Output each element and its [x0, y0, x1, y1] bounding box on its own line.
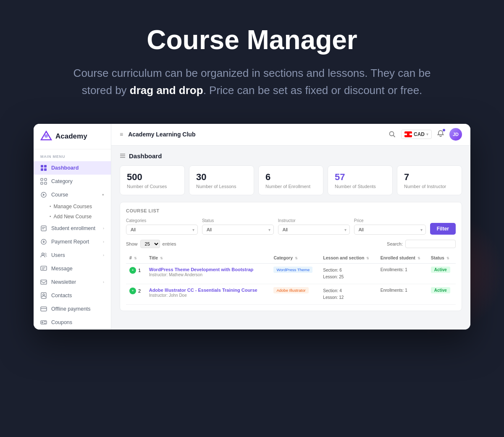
stat-label-enrollment: Number of Enrollment [265, 184, 316, 189]
row-number-2: + 2 [129, 288, 142, 294]
flag-icon [404, 131, 412, 137]
dashboard-header-icon [120, 153, 126, 159]
filter-instructor-wrap: All [278, 225, 350, 235]
sidebar-label-newsletter: Newsletter [51, 279, 76, 285]
sidebar-label-payment: Payment Report [51, 239, 89, 245]
page-title: Dashboard [129, 152, 162, 160]
enrolled-2: Enrollments: 1 [381, 288, 407, 293]
enrolled-1: Enrollments: 1 [381, 267, 407, 272]
hero-desc-part2: . Price can be set as fixed or discount … [203, 84, 423, 97]
topbar-title: Academy Learning Club [128, 131, 383, 138]
sidebar-item-blogs[interactable]: Blogs › [34, 329, 111, 330]
filter-label-instructor: Instructor [278, 218, 350, 223]
submenu-item-add-new-course[interactable]: Add New Course [34, 212, 111, 222]
search-icon[interactable] [388, 131, 396, 138]
svg-rect-5 [44, 168, 47, 171]
search-input[interactable] [405, 240, 456, 248]
cell-category-1: WordPress Theme [270, 263, 320, 284]
users-icon [40, 252, 47, 259]
sidebar-item-message[interactable]: Message [34, 262, 111, 275]
topbar: ≡ Academy Learning Club CAD ▾ [111, 124, 470, 146]
sidebar-item-coupons[interactable]: Coupons [34, 316, 111, 329]
filter-label-status: Status [202, 218, 274, 223]
col-header-enrolled: Enrolled student ⇅ [377, 252, 428, 264]
cell-category-2: Adobe Illustrator [270, 284, 320, 304]
sidebar-label-student: Student enrollment [51, 225, 95, 231]
filter-status-select[interactable]: All [202, 225, 274, 235]
table-controls: Show 25 entries Search: [126, 240, 456, 248]
chevron-right-icon: › [103, 226, 104, 230]
sidebar-course-submenu: Manage Courses Add New Course [34, 201, 111, 222]
course-link-1[interactable]: WordPress Theme Development with Bootstr… [149, 267, 267, 272]
sidebar-item-offline-payments[interactable]: Offline payments [34, 302, 111, 316]
category-badge-1: WordPress Theme [273, 267, 312, 273]
course-icon [40, 191, 47, 198]
sort-icon-lesson: ⇅ [366, 256, 369, 260]
cell-status-1: Active [428, 263, 456, 284]
row-dot-1: + [129, 267, 136, 274]
row-dot-2: + [129, 288, 136, 294]
stat-card-enrollment: 6 Number of Enrollment [258, 165, 323, 195]
filter-instructor-select[interactable]: All [278, 225, 350, 235]
cell-enrolled-2: Enrollments: 1 [377, 284, 428, 304]
sidebar-item-payment-report[interactable]: Payment Report › [34, 235, 111, 249]
instructor-1: Instructor: Mathew Anderson [149, 272, 267, 277]
sort-icon-category: ⇅ [295, 256, 298, 260]
svg-point-14 [45, 253, 46, 255]
sidebar-section-label: MAIN MENU [34, 154, 111, 161]
svg-rect-9 [45, 182, 47, 184]
hamburger-icon[interactable]: ≡ [120, 131, 123, 138]
filter-price-select[interactable]: All [354, 225, 426, 235]
chevron-right-icon3: › [103, 253, 104, 257]
filter-price-wrap: All [354, 225, 426, 235]
stat-number-enrollment: 6 [265, 172, 316, 183]
data-table: # ⇅ Title ⇅ Category ⇅ [126, 252, 456, 305]
stat-number-students: 57 [335, 172, 386, 183]
svg-rect-15 [41, 266, 47, 270]
filter-label-categories: Categories [126, 218, 198, 223]
hero-desc-bold: drag and drop [130, 84, 203, 97]
row-number-1: + 1 [129, 267, 142, 274]
stat-card-lessons: 30 Number of Lessons [189, 165, 254, 195]
course-list-section: COURSE LIST Categories All Status [120, 202, 462, 311]
sidebar-item-dashboard[interactable]: Dashboard [34, 161, 111, 175]
cell-number-2: + 2 [126, 284, 146, 304]
newsletter-icon [40, 279, 47, 285]
notification-bell[interactable] [437, 130, 444, 139]
entries-select[interactable]: 25 [140, 240, 160, 248]
col-header-number: # ⇅ [126, 252, 146, 264]
submenu-item-manage-courses[interactable]: Manage Courses [34, 201, 111, 212]
cell-status-2: Active [428, 284, 456, 304]
sort-icon-enrolled: ⇅ [417, 256, 420, 260]
lesson-section-2: Section: 4 Lesson: 12 [323, 288, 373, 301]
show-label: Show [126, 241, 138, 246]
svg-rect-16 [41, 280, 47, 284]
stat-number-courses: 500 [127, 172, 178, 183]
sidebar-item-student-enrollment[interactable]: Student enrollment › [34, 222, 111, 235]
course-link-2[interactable]: Adobe Illustrator CC - Essentials Traini… [149, 288, 267, 293]
category-badge-2: Adobe Illustrator [273, 287, 308, 293]
sort-icon-number: ⇅ [134, 256, 137, 260]
hero-section: Course Manager Course curriculum can be … [0, 0, 504, 115]
cell-title-2: Adobe Illustrator CC - Essentials Traini… [146, 284, 270, 304]
sidebar-item-newsletter[interactable]: Newsletter › [34, 275, 111, 289]
filter-categories-select[interactable]: All [126, 225, 198, 235]
sidebar-item-users[interactable]: Users › [34, 249, 111, 262]
dashboard-icon [40, 165, 47, 171]
search-label: Search: [387, 241, 403, 246]
sidebar-label-message: Message [51, 266, 73, 272]
sidebar-item-contacts[interactable]: Contacts [34, 289, 111, 302]
sidebar-item-category[interactable]: Category [34, 175, 111, 188]
chevron-right-icon2: › [103, 240, 104, 244]
currency-selector[interactable]: CAD ▾ [401, 130, 432, 139]
svg-point-13 [42, 253, 44, 255]
svg-rect-8 [41, 182, 43, 184]
stat-number-instructor: 7 [404, 172, 455, 183]
currency-label: CAD [414, 131, 425, 137]
app-window: Academy MAIN MENU Dashboard Category [34, 124, 470, 330]
avatar[interactable]: JD [449, 128, 462, 141]
sidebar-item-course[interactable]: Course ▾ [34, 188, 111, 201]
filter-status-wrap: All [202, 225, 274, 235]
cell-lesson-2: Section: 4 Lesson: 12 [320, 284, 377, 304]
filter-button[interactable]: Filter [430, 223, 456, 235]
